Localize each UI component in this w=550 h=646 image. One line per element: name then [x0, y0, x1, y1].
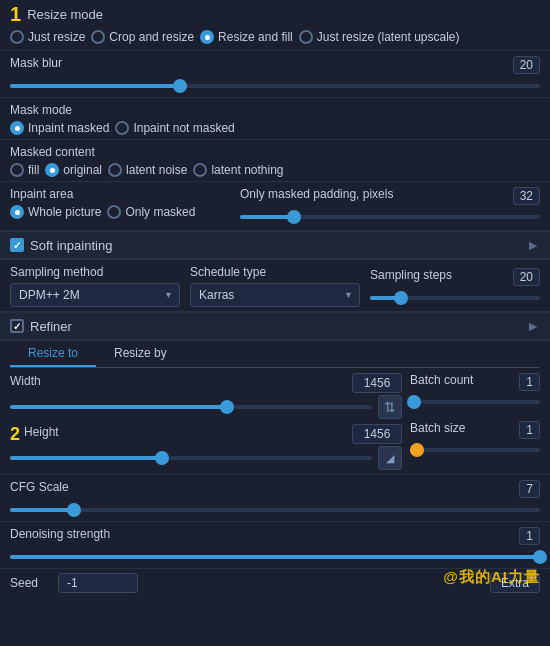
batch-count-label: Batch count [410, 373, 473, 387]
masked-content-latent-nothing[interactable]: latent nothing [193, 163, 283, 177]
batch-size-value: 1 [519, 421, 540, 439]
resize-mode-section: 1 Resize mode [0, 0, 550, 28]
seed-label: Seed [10, 576, 50, 590]
soft-inpainting-label: Soft inpainting [30, 238, 112, 253]
resize-mode-latent[interactable]: Just resize (latent upscale) [299, 30, 460, 44]
resize-mode-just-resize[interactable]: Just resize [10, 30, 85, 44]
resize-mode-resize-and-fill[interactable]: Resize and fill [200, 30, 293, 44]
schedule-type-select[interactable]: Karras ▼ [190, 283, 360, 307]
width-slider[interactable] [10, 398, 372, 416]
width-input[interactable] [352, 373, 402, 393]
tab-resize-by[interactable]: Resize by [96, 341, 185, 367]
resize-mode-fill-radio[interactable] [200, 30, 214, 44]
whole-picture-label: Whole picture [28, 205, 101, 219]
tab-resize-to[interactable]: Resize to [10, 341, 96, 367]
masked-latent-noise-label: latent noise [126, 163, 187, 177]
height-label: Height [24, 425, 59, 439]
sampling-method-value: DPM++ 2M [19, 288, 80, 302]
cfg-scale-label: CFG Scale [10, 480, 69, 494]
resize-mode-just-resize-label: Just resize [28, 30, 85, 44]
inpaint-masked-label: Inpaint masked [28, 121, 109, 135]
batch-count-slider[interactable] [410, 393, 540, 411]
height-input[interactable] [352, 424, 402, 444]
mask-mode-label: Mask mode [10, 103, 540, 117]
resize-mode-crop-and-resize[interactable]: Crop and resize [91, 30, 194, 44]
masked-content-group: fill original latent noise latent nothin… [10, 163, 540, 177]
resize-mode-fill-label: Resize and fill [218, 30, 293, 44]
resize-tabs: Resize to Resize by [10, 341, 540, 368]
cfg-scale-slider[interactable] [10, 501, 540, 519]
masked-content-fill[interactable]: fill [10, 163, 39, 177]
inpaint-area-whole-picture[interactable]: Whole picture [10, 205, 101, 219]
mask-mode-inpaint-masked[interactable]: Inpaint masked [10, 121, 109, 135]
only-masked-padding-value: 32 [513, 187, 540, 205]
mask-blur-value: 20 [513, 56, 540, 74]
swap-dimensions-button[interactable]: ⇅ [378, 395, 402, 419]
sampling-method-select[interactable]: DPM++ 2M ▼ [10, 283, 180, 307]
resize-mode-latent-label: Just resize (latent upscale) [317, 30, 460, 44]
mask-mode-inpaint-not-masked[interactable]: Inpaint not masked [115, 121, 234, 135]
sampling-steps-slider[interactable] [370, 289, 540, 307]
seed-input[interactable] [58, 573, 138, 593]
mask-mode-group: Inpaint masked Inpaint not masked [10, 121, 540, 135]
only-masked-radio[interactable] [107, 205, 121, 219]
sampling-steps-value: 20 [513, 268, 540, 286]
lock-aspect-button[interactable]: ◢ [378, 446, 402, 470]
inpaint-area-group: Whole picture Only masked [10, 205, 230, 219]
resize-mode-group: Just resize Crop and resize Resize and f… [10, 30, 540, 44]
sampling-method-label: Sampling method [10, 265, 180, 279]
inpaint-not-masked-radio[interactable] [115, 121, 129, 135]
masked-latent-noise-radio[interactable] [108, 163, 122, 177]
sampling-method-arrow: ▼ [164, 290, 173, 300]
whole-picture-radio[interactable] [10, 205, 24, 219]
soft-inpainting-collapse-icon[interactable]: ► [526, 237, 540, 253]
batch-count-value: 1 [519, 373, 540, 391]
masked-fill-label: fill [28, 163, 39, 177]
masked-content-original[interactable]: original [45, 163, 102, 177]
inpaint-not-masked-label: Inpaint not masked [133, 121, 234, 135]
refiner-collapse-icon[interactable]: ► [526, 318, 540, 334]
schedule-type-arrow: ▼ [344, 290, 353, 300]
schedule-type-value: Karras [199, 288, 234, 302]
masked-fill-radio[interactable] [10, 163, 24, 177]
denoising-strength-label: Denoising strength [10, 527, 110, 541]
inpaint-area-label: Inpaint area [10, 187, 230, 201]
masked-original-label: original [63, 163, 102, 177]
seed-extra-button[interactable]: Extra [490, 573, 540, 593]
masked-content-latent-noise[interactable]: latent noise [108, 163, 187, 177]
resize-mode-label: Resize mode [27, 7, 103, 22]
sampling-steps-label: Sampling steps [370, 268, 452, 282]
refiner-label: Refiner [30, 319, 72, 334]
masked-content-label: Masked content [10, 145, 540, 159]
batch-size-label: Batch size [410, 421, 465, 435]
resize-mode-just-resize-radio[interactable] [10, 30, 24, 44]
inpaint-masked-radio[interactable] [10, 121, 24, 135]
schedule-type-label: Schedule type [190, 265, 360, 279]
resize-mode-crop-radio[interactable] [91, 30, 105, 44]
resize-mode-crop-label: Crop and resize [109, 30, 194, 44]
batch-size-slider[interactable] [410, 441, 540, 459]
denoising-strength-slider[interactable] [10, 548, 540, 566]
mask-blur-label: Mask blur [10, 56, 62, 70]
cfg-scale-value: 7 [519, 480, 540, 498]
resize-mode-latent-radio[interactable] [299, 30, 313, 44]
denoising-strength-value: 1 [519, 527, 540, 545]
masked-original-radio[interactable] [45, 163, 59, 177]
mask-blur-slider[interactable] [10, 77, 540, 95]
step-number-1: 1 [10, 4, 21, 24]
only-masked-padding-label: Only masked padding, pixels [240, 187, 393, 201]
height-slider[interactable] [10, 449, 372, 467]
width-label: Width [10, 374, 41, 388]
refiner-checkbox-item[interactable]: Refiner [10, 319, 72, 334]
inpaint-area-only-masked[interactable]: Only masked [107, 205, 195, 219]
masked-latent-nothing-label: latent nothing [211, 163, 283, 177]
refiner-checkbox[interactable] [10, 319, 24, 333]
soft-inpainting-checkbox[interactable] [10, 238, 24, 252]
masked-latent-nothing-radio[interactable] [193, 163, 207, 177]
refiner-row: Refiner ► [0, 312, 550, 340]
step-number-2: 2 [10, 425, 20, 443]
soft-inpainting-row: Soft inpainting ► [0, 231, 550, 259]
soft-inpainting-checkbox-item[interactable]: Soft inpainting [10, 238, 112, 253]
only-masked-label: Only masked [125, 205, 195, 219]
only-masked-padding-slider[interactable] [240, 208, 540, 226]
